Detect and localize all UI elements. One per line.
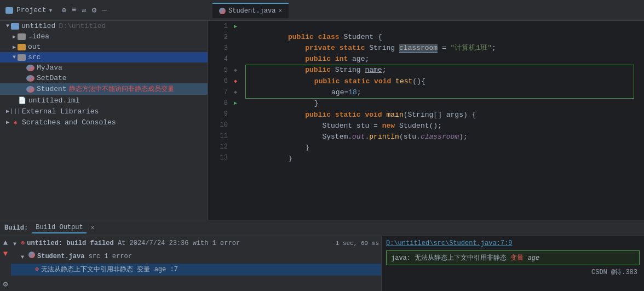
chevron-icon: ▶ [11, 44, 18, 50]
lib-icon: ||| [11, 107, 20, 116]
sidebar-item-myjava[interactable]: MyJava [0, 62, 208, 73]
build-header: Build: Build Output × [0, 220, 644, 236]
folder-blue-icon [11, 23, 19, 30]
sidebar-student-label: Student [37, 85, 67, 93]
sidebar-item-idea[interactable]: ▶ .idea [0, 31, 208, 42]
build-right-panel: D:\untitled\src\Student.java:7:9 java: 无… [381, 236, 644, 291]
build-title: Build: [4, 224, 28, 232]
sidebar-item-untitled[interactable]: ▼ untitled D:\untitled [0, 21, 208, 31]
error-circle-icon: ⊗ [35, 265, 39, 275]
code-container[interactable]: 1 2 3 4 5 6 7 8 9 10 11 12 13 ▶ ◆ ◆ [208, 21, 644, 220]
gutter-breakpoint-5[interactable]: ◆ [234, 65, 237, 76]
sidebar-path-label: D:\untitled [59, 22, 106, 30]
sidebar-src-label: src [28, 53, 41, 61]
build-down-icon[interactable]: ▼ [3, 249, 8, 258]
project-label: Project [16, 6, 47, 14]
classroom-token: classroom [399, 44, 438, 53]
chevron-icon: ▼ [21, 252, 28, 263]
sidebar-item-out[interactable]: ▶ out [0, 42, 208, 52]
build-tree: ▼ ⊗ untitled: build failed At 2024/7/24 … [11, 236, 381, 291]
build-timing: 1 sec, 60 ms [336, 238, 379, 248]
sync-icon[interactable]: ⇌ [82, 5, 86, 15]
java-file-icon [26, 75, 34, 82]
build-up-icon[interactable]: ▲ [3, 238, 8, 247]
build-content: ▲ ▼ ⚙ ▼ ⊗ untitled: build failed At 2024… [0, 236, 644, 291]
sidebar-iml-label: untitled.iml [28, 96, 80, 105]
chevron-icon: ▼ [13, 238, 21, 249]
sidebar-idea-label: .idea [28, 32, 49, 41]
gutter-run-8[interactable]: ▶ [234, 98, 237, 109]
build-student-text: Student.java src 1 error [37, 252, 132, 261]
sidebar-setdate-label: SetDate [37, 74, 67, 82]
build-error-message: 无法从静态上下文中引用非静态 变量 age [415, 254, 539, 262]
gutter-breakpoint-7[interactable]: ◆ [234, 87, 237, 98]
tab-close-icon[interactable]: × [278, 8, 282, 14]
chevron-spacer [31, 265, 35, 266]
sidebar-item-setdate[interactable]: SetDate [0, 73, 208, 83]
build-item-student-java[interactable]: ▼ Student.java src 1 error [11, 250, 381, 264]
sidebar-item-student[interactable]: Student 静态方法中不能访问非静态成员变量 [0, 83, 208, 95]
folder-out-icon [18, 44, 26, 50]
build-output-tab[interactable]: Build Output [32, 222, 86, 233]
sidebar-item-scratches[interactable]: ▶ ✱ Scratches and Consoles [0, 117, 208, 128]
file-link[interactable]: D:\untitled\src\Student.java:7:9 [386, 239, 512, 247]
error-circle-icon: ⊗ [21, 238, 25, 248]
code-line-13 [245, 153, 640, 164]
sidebar-item-src[interactable]: ▼ src [0, 52, 208, 62]
editor-area: 1 2 3 4 5 6 7 8 9 10 11 12 13 ▶ ◆ ◆ [208, 21, 644, 220]
gutter-run-1[interactable]: ▶ [234, 21, 237, 32]
tab-bar: Student.java × [208, 3, 644, 18]
top-bar-icons: ⊕ ≡ ⇌ ⚙ — [61, 5, 106, 15]
line-numbers: 1 2 3 4 5 6 7 8 9 10 11 12 13 [208, 21, 230, 220]
sidebar-scratches-label: Scratches and Consoles [22, 118, 116, 127]
build-root-text: untitled: build failed At 2024/7/24 23:3… [27, 238, 240, 248]
java-prefix: java: [391, 254, 415, 262]
add-icon[interactable]: ⊕ [61, 5, 66, 15]
code-editor[interactable]: public class Student { private static St… [241, 21, 644, 220]
chevron-icon: ▼ [11, 54, 18, 60]
build-nav-left: ▲ ▼ ⚙ [0, 236, 11, 291]
tab-label: Student.java [228, 7, 275, 15]
build-right-link-line: D:\untitled\src\Student.java:7:9 [386, 239, 640, 247]
build-item-error-line[interactable]: ⊗ 无法从静态上下文中引用非静态 变量 age :7 [11, 264, 381, 276]
list-icon[interactable]: ≡ [72, 5, 76, 15]
project-dropdown-icon[interactable]: ▾ [49, 6, 53, 15]
build-error-box: java: 无法从静态上下文中引用非静态 变量 age [386, 250, 640, 265]
java-file-icon [26, 86, 34, 93]
settings-icon[interactable]: ⚙ [92, 5, 96, 15]
folder-icon-sm [5, 7, 13, 14]
static-error-annotation: 静态方法中不能访问非静态成员变量 [69, 84, 174, 94]
chevron-icon: ▼ [4, 23, 11, 29]
build-panel: Build: Build Output × ▲ ▼ ⚙ ▼ ⊗ untitled… [0, 220, 644, 291]
sidebar-out-label: out [28, 43, 41, 51]
project-title: Project ▾ [5, 6, 53, 15]
sidebar-item-external-libs[interactable]: ▶ ||| External Libraries [0, 106, 208, 117]
sidebar-item-iml[interactable]: 📄 untitled.iml [0, 95, 208, 106]
iml-file-icon: 📄 [18, 96, 26, 105]
top-bar: Project ▾ ⊕ ≡ ⇌ ⚙ — Student.java × [0, 0, 644, 21]
build-settings-icon[interactable]: ⚙ [3, 279, 8, 289]
folder-idea-icon [18, 33, 26, 40]
code-line-1: public class Student { [245, 21, 640, 32]
top-bar-left: Project ▾ ⊕ ≡ ⇌ ⚙ — [0, 5, 208, 15]
sidebar-myjava-label: MyJava [37, 64, 62, 72]
java-file-icon [28, 252, 35, 258]
chevron-icon: ▶ [4, 119, 11, 125]
gutter: ▶ ◆ ◆ ◆ ▶ [230, 21, 241, 220]
build-error-text: 无法从静态上下文中引用非静态 变量 age :7 [41, 265, 178, 275]
build-item-root[interactable]: ▼ ⊗ untitled: build failed At 2024/7/24 … [11, 237, 381, 250]
scratches-icon: ✱ [11, 118, 20, 127]
student-java-tab[interactable]: Student.java × [212, 3, 289, 18]
sidebar-untitled-label: untitled [21, 22, 55, 30]
project-sidebar: ▼ untitled D:\untitled ▶ .idea ▶ out ▼ s… [0, 21, 208, 220]
build-tab-close[interactable]: × [91, 225, 95, 231]
minimize-icon[interactable]: — [102, 5, 106, 15]
java-file-icon [26, 65, 34, 71]
gutter-error-6[interactable]: ◆ [234, 76, 237, 87]
sidebar-ext-libs-label: External Libraries [22, 107, 99, 116]
chevron-icon: ▶ [11, 33, 18, 40]
main-content: ▼ untitled D:\untitled ▶ .idea ▶ out ▼ s… [0, 21, 644, 220]
tab-java-icon [219, 8, 226, 14]
watermark: CSDN @待.383 [591, 267, 637, 277]
folder-src-icon [18, 54, 26, 61]
